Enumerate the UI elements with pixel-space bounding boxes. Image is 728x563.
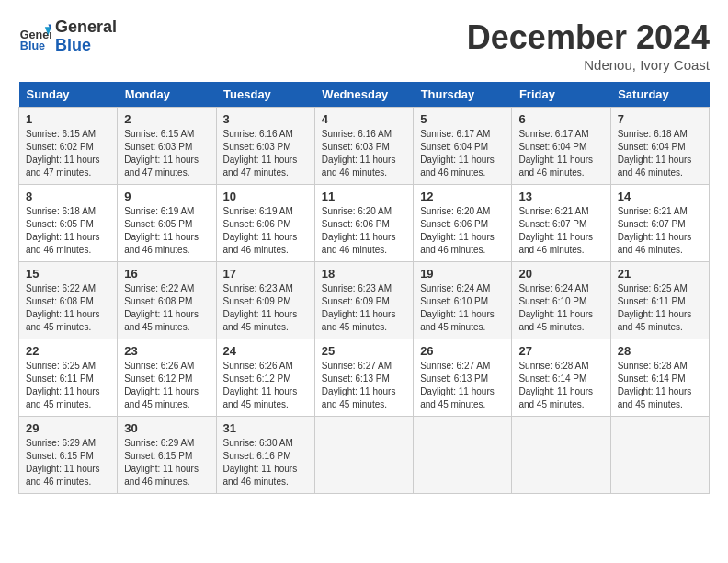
calendar-day-3: 3Sunrise: 6:16 AMSunset: 6:03 PMDaylight… bbox=[216, 108, 314, 185]
day-number: 22 bbox=[26, 344, 110, 358]
day-number: 24 bbox=[223, 344, 308, 358]
calendar-day-4: 4Sunrise: 6:16 AMSunset: 6:03 PMDaylight… bbox=[314, 108, 413, 185]
calendar-day-23: 23Sunrise: 6:26 AMSunset: 6:12 PMDayligh… bbox=[118, 339, 216, 417]
calendar-day-22: 22Sunrise: 6:25 AMSunset: 6:11 PMDayligh… bbox=[19, 339, 118, 417]
calendar-day-17: 17Sunrise: 6:23 AMSunset: 6:09 PMDayligh… bbox=[216, 262, 314, 339]
day-number: 27 bbox=[518, 344, 603, 358]
day-info: Sunrise: 6:19 AMSunset: 6:05 PMDaylight:… bbox=[124, 205, 209, 257]
calendar-day-14: 14Sunrise: 6:21 AMSunset: 6:07 PMDayligh… bbox=[610, 185, 709, 262]
empty-cell bbox=[314, 417, 413, 494]
calendar-table: SundayMondayTuesdayWednesdayThursdayFrid… bbox=[18, 82, 710, 494]
day-number: 15 bbox=[26, 267, 110, 281]
calendar-week-3: 15Sunrise: 6:22 AMSunset: 6:08 PMDayligh… bbox=[19, 262, 710, 339]
column-header-tuesday: Tuesday bbox=[216, 82, 314, 108]
calendar-day-29: 29Sunrise: 6:29 AMSunset: 6:15 PMDayligh… bbox=[19, 417, 118, 494]
calendar-day-16: 16Sunrise: 6:22 AMSunset: 6:08 PMDayligh… bbox=[118, 262, 216, 339]
day-number: 17 bbox=[223, 267, 308, 281]
location: Ndenou, Ivory Coast bbox=[467, 57, 710, 73]
day-info: Sunrise: 6:18 AMSunset: 6:05 PMDaylight:… bbox=[26, 205, 110, 257]
calendar-day-11: 11Sunrise: 6:20 AMSunset: 6:06 PMDayligh… bbox=[314, 185, 413, 262]
calendar-day-21: 21Sunrise: 6:25 AMSunset: 6:11 PMDayligh… bbox=[610, 262, 709, 339]
day-info: Sunrise: 6:21 AMSunset: 6:07 PMDaylight:… bbox=[618, 205, 702, 257]
column-header-wednesday: Wednesday bbox=[314, 82, 413, 108]
day-number: 14 bbox=[618, 190, 702, 203]
calendar-day-24: 24Sunrise: 6:26 AMSunset: 6:12 PMDayligh… bbox=[216, 339, 314, 417]
calendar-day-18: 18Sunrise: 6:23 AMSunset: 6:09 PMDayligh… bbox=[314, 262, 413, 339]
day-number: 28 bbox=[618, 344, 702, 358]
calendar-day-5: 5Sunrise: 6:17 AMSunset: 6:04 PMDaylight… bbox=[414, 108, 512, 185]
calendar-day-28: 28Sunrise: 6:28 AMSunset: 6:14 PMDayligh… bbox=[610, 339, 709, 417]
calendar-day-27: 27Sunrise: 6:28 AMSunset: 6:14 PMDayligh… bbox=[512, 339, 610, 417]
calendar-day-9: 9Sunrise: 6:19 AMSunset: 6:05 PMDaylight… bbox=[118, 185, 216, 262]
day-info: Sunrise: 6:18 AMSunset: 6:04 PMDaylight:… bbox=[618, 128, 702, 179]
calendar-week-1: 1Sunrise: 6:15 AMSunset: 6:02 PMDaylight… bbox=[19, 108, 710, 185]
day-number: 10 bbox=[223, 190, 308, 203]
day-info: Sunrise: 6:22 AMSunset: 6:08 PMDaylight:… bbox=[26, 282, 110, 334]
calendar-day-31: 31Sunrise: 6:30 AMSunset: 6:16 PMDayligh… bbox=[216, 417, 314, 494]
calendar-day-25: 25Sunrise: 6:27 AMSunset: 6:13 PMDayligh… bbox=[314, 339, 413, 417]
title-block: December 2024 Ndenou, Ivory Coast bbox=[467, 18, 710, 73]
day-number: 20 bbox=[518, 267, 603, 281]
logo-icon: General Blue bbox=[18, 20, 51, 53]
calendar-day-7: 7Sunrise: 6:18 AMSunset: 6:04 PMDaylight… bbox=[610, 108, 709, 185]
calendar-day-10: 10Sunrise: 6:19 AMSunset: 6:06 PMDayligh… bbox=[216, 185, 314, 262]
day-info: Sunrise: 6:15 AMSunset: 6:03 PMDaylight:… bbox=[124, 128, 209, 179]
day-info: Sunrise: 6:16 AMSunset: 6:03 PMDaylight:… bbox=[223, 128, 308, 179]
day-number: 21 bbox=[618, 267, 702, 281]
day-number: 16 bbox=[124, 267, 209, 281]
day-number: 3 bbox=[223, 112, 308, 126]
calendar-week-2: 8Sunrise: 6:18 AMSunset: 6:05 PMDaylight… bbox=[19, 185, 710, 262]
calendar-day-30: 30Sunrise: 6:29 AMSunset: 6:15 PMDayligh… bbox=[118, 417, 216, 494]
day-info: Sunrise: 6:19 AMSunset: 6:06 PMDaylight:… bbox=[223, 205, 308, 257]
empty-cell bbox=[610, 417, 709, 494]
day-info: Sunrise: 6:29 AMSunset: 6:15 PMDaylight:… bbox=[124, 437, 209, 488]
day-number: 9 bbox=[124, 190, 209, 203]
column-header-saturday: Saturday bbox=[610, 82, 709, 108]
day-number: 19 bbox=[420, 267, 505, 281]
column-header-friday: Friday bbox=[512, 82, 610, 108]
calendar-day-12: 12Sunrise: 6:20 AMSunset: 6:06 PMDayligh… bbox=[414, 185, 512, 262]
day-number: 12 bbox=[420, 190, 505, 203]
logo-blue: Blue bbox=[55, 37, 117, 55]
day-info: Sunrise: 6:24 AMSunset: 6:10 PMDaylight:… bbox=[420, 282, 505, 334]
day-info: Sunrise: 6:26 AMSunset: 6:12 PMDaylight:… bbox=[124, 360, 209, 411]
day-number: 2 bbox=[124, 112, 209, 126]
day-number: 29 bbox=[26, 421, 110, 435]
day-number: 18 bbox=[322, 267, 406, 281]
calendar-day-13: 13Sunrise: 6:21 AMSunset: 6:07 PMDayligh… bbox=[512, 185, 610, 262]
calendar-week-5: 29Sunrise: 6:29 AMSunset: 6:15 PMDayligh… bbox=[19, 417, 710, 494]
logo: General Blue General Blue bbox=[18, 18, 117, 55]
day-number: 1 bbox=[26, 112, 110, 126]
day-number: 23 bbox=[124, 344, 209, 358]
svg-text:Blue: Blue bbox=[20, 40, 45, 52]
calendar-header-row: SundayMondayTuesdayWednesdayThursdayFrid… bbox=[19, 82, 710, 108]
day-info: Sunrise: 6:16 AMSunset: 6:03 PMDaylight:… bbox=[322, 128, 406, 179]
day-info: Sunrise: 6:25 AMSunset: 6:11 PMDaylight:… bbox=[26, 360, 110, 411]
day-info: Sunrise: 6:27 AMSunset: 6:13 PMDaylight:… bbox=[420, 360, 505, 411]
day-info: Sunrise: 6:23 AMSunset: 6:09 PMDaylight:… bbox=[223, 282, 308, 334]
month-title: December 2024 bbox=[467, 18, 710, 57]
calendar-day-8: 8Sunrise: 6:18 AMSunset: 6:05 PMDaylight… bbox=[19, 185, 118, 262]
day-info: Sunrise: 6:26 AMSunset: 6:12 PMDaylight:… bbox=[223, 360, 308, 411]
column-header-monday: Monday bbox=[118, 82, 216, 108]
day-number: 13 bbox=[518, 190, 603, 203]
day-number: 8 bbox=[26, 190, 110, 203]
day-number: 30 bbox=[124, 421, 209, 435]
day-number: 5 bbox=[420, 112, 505, 126]
calendar-day-19: 19Sunrise: 6:24 AMSunset: 6:10 PMDayligh… bbox=[414, 262, 512, 339]
day-number: 11 bbox=[322, 190, 406, 203]
day-info: Sunrise: 6:17 AMSunset: 6:04 PMDaylight:… bbox=[518, 128, 603, 179]
empty-cell bbox=[512, 417, 610, 494]
day-info: Sunrise: 6:24 AMSunset: 6:10 PMDaylight:… bbox=[518, 282, 603, 334]
day-info: Sunrise: 6:21 AMSunset: 6:07 PMDaylight:… bbox=[518, 205, 603, 257]
day-number: 4 bbox=[322, 112, 406, 126]
page-header: General Blue General Blue December 2024 … bbox=[18, 18, 710, 73]
day-info: Sunrise: 6:20 AMSunset: 6:06 PMDaylight:… bbox=[322, 205, 406, 257]
calendar-day-20: 20Sunrise: 6:24 AMSunset: 6:10 PMDayligh… bbox=[512, 262, 610, 339]
day-info: Sunrise: 6:22 AMSunset: 6:08 PMDaylight:… bbox=[124, 282, 209, 334]
calendar-day-15: 15Sunrise: 6:22 AMSunset: 6:08 PMDayligh… bbox=[19, 262, 118, 339]
calendar-day-2: 2Sunrise: 6:15 AMSunset: 6:03 PMDaylight… bbox=[118, 108, 216, 185]
day-info: Sunrise: 6:30 AMSunset: 6:16 PMDaylight:… bbox=[223, 437, 308, 488]
day-number: 26 bbox=[420, 344, 505, 358]
calendar-day-26: 26Sunrise: 6:27 AMSunset: 6:13 PMDayligh… bbox=[414, 339, 512, 417]
